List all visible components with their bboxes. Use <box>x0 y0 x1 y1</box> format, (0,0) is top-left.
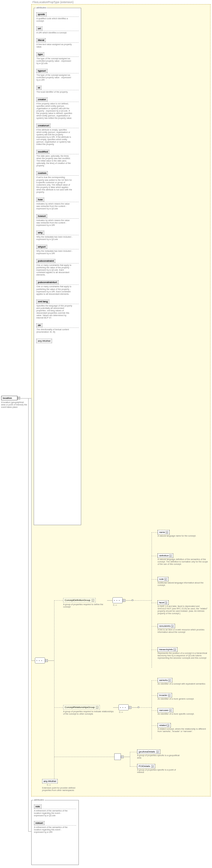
element-broader[interactable]: broader+ <box>158 693 172 698</box>
attribute-name: custom <box>36 171 48 175</box>
element-facet[interactable]: facet+ <box>158 600 169 605</box>
connector <box>152 695 158 696</box>
attribute-item: xml:langSpecifies the language of this p… <box>36 300 79 319</box>
extension-type-label: FlexLocationPropType (extension) <box>32 1 74 4</box>
separator <box>36 31 79 31</box>
expand-icon[interactable]: + <box>156 751 159 753</box>
connector <box>152 680 158 681</box>
separator <box>36 128 79 128</box>
element-desc: An identifier of a more specific concept… <box>158 713 208 715</box>
choice-compositor[interactable]: − <box>114 753 121 760</box>
group-label: ConceptDefinitionGroup <box>65 599 90 601</box>
attribute-name: howuri <box>36 214 47 218</box>
attributes-panel-2: attributes roleA refinement of the seman… <box>31 800 79 865</box>
element-desc: A related concept, where the relationshi… <box>158 728 208 733</box>
attribute-item: pubconstraintOne or many constraints tha… <box>36 259 79 276</box>
element-hierarchyinfo[interactable]: hierarchyInfo+ <box>158 647 177 652</box>
element-desc: A group of properties specific to a poin… <box>137 769 182 774</box>
attribute-item: dirThe directionality of textual content… <box>36 323 79 333</box>
root-element-location[interactable]: location − <box>1 396 18 400</box>
element-definition[interactable]: definition+ <box>158 553 173 558</box>
expand-icon[interactable]: − <box>123 599 125 602</box>
attribute-desc: The type of the concept assigned as cont… <box>36 74 72 81</box>
group-concept-relationships[interactable]: ConceptRelationshipsGroup − <box>63 705 100 710</box>
expand-icon[interactable]: + <box>168 694 171 696</box>
element-name[interactable]: name+ <box>158 530 170 534</box>
attribute-item: idThe local identifier of the property. <box>36 86 79 93</box>
element-label: related <box>159 724 166 726</box>
separator <box>36 57 79 57</box>
any-element-desc: Extension point for provider-defined pro… <box>42 787 84 792</box>
root-element-label: location <box>3 397 12 399</box>
expand-icon[interactable]: + <box>151 765 154 768</box>
separator <box>36 249 79 249</box>
separator <box>36 263 79 264</box>
attribute-desc: A URI which identifies a concept. <box>36 32 72 34</box>
expand-icon[interactable]: − <box>129 706 131 709</box>
attribute-desc: Indicates by which means the value was e… <box>36 203 72 210</box>
expand-icon[interactable]: + <box>167 724 169 726</box>
expand-icon[interactable]: + <box>174 648 176 651</box>
expand-icon[interactable]: − <box>92 599 94 601</box>
expand-icon[interactable]: + <box>169 709 172 712</box>
connector <box>152 725 158 726</box>
separator <box>36 102 79 102</box>
multiplicity-label: 0..∞ <box>113 604 117 606</box>
attribute-item: qcodeA qualified code which identifies a… <box>36 12 79 22</box>
expand-icon[interactable]: − <box>96 706 98 709</box>
element-note[interactable]: note+ <box>158 577 169 581</box>
attribute-desc: A refinement of the semantics of the loc… <box>34 826 70 833</box>
expand-icon[interactable]: + <box>171 625 174 627</box>
attribute-name: xml:lang <box>36 300 49 304</box>
element-label: hierarchyInfo <box>159 648 173 651</box>
element-label: broader <box>159 694 168 696</box>
any-element-label: any ##other <box>43 780 56 783</box>
connector <box>152 579 158 580</box>
expand-icon[interactable]: + <box>169 679 171 682</box>
connector <box>31 398 32 660</box>
connector <box>28 831 31 832</box>
sequence-compositor-main[interactable]: − <box>35 657 45 663</box>
element-sameas[interactable]: sameAs+ <box>158 678 172 682</box>
element-related[interactable]: related+ <box>158 723 171 727</box>
connector <box>152 532 158 533</box>
expand-icon[interactable]: − <box>121 755 124 758</box>
attribute-name: role <box>34 805 41 808</box>
element-label: POIDetails <box>139 765 150 768</box>
expand-icon[interactable]: + <box>164 578 167 581</box>
element-geo-area-details[interactable]: geoAreaDetails + <box>137 749 160 754</box>
expand-icon[interactable]: + <box>165 601 167 604</box>
expand-icon[interactable]: − <box>45 659 48 662</box>
attribute-item: howIndicates by which means the value wa… <box>36 197 79 210</box>
attribute-item: uriA URI which identifies a concept. <box>36 27 79 34</box>
expand-icon[interactable]: − <box>18 397 20 399</box>
element-poi-details[interactable]: POIDetails + <box>137 764 155 769</box>
any-element-wildcard: any ##other <box>42 779 58 783</box>
connector <box>130 752 130 766</box>
sequence-compositor-crg[interactable]: − <box>119 704 129 710</box>
expand-icon[interactable]: + <box>169 555 172 557</box>
multiplicity-label: 0..∞ <box>119 711 123 713</box>
element-desc: A link to an item or a web resource whic… <box>158 629 208 633</box>
expand-icon[interactable]: + <box>166 531 168 533</box>
attribute-item: customIf set to true the corresponding p… <box>36 171 79 193</box>
attribute-desc: A qualified code which identifies a conc… <box>36 18 72 22</box>
attribute-name: dir <box>36 323 42 327</box>
element-narrower[interactable]: narrower+ <box>158 708 173 713</box>
root-element-desc: A location (geographical area or point o… <box>1 401 28 408</box>
connector <box>132 707 138 708</box>
connector <box>113 707 119 708</box>
attribute-desc: The date (and, optionally, the time) whe… <box>36 155 72 167</box>
attribute-desc: Specifies the language of this property … <box>36 305 72 319</box>
separator <box>34 825 76 826</box>
element-desc: Represents the position of a concept in … <box>158 652 208 659</box>
attribute-name: how <box>36 197 44 202</box>
separator <box>36 218 79 219</box>
group-concept-definition[interactable]: ConceptDefinitionGroup − <box>63 598 96 602</box>
element-desc: A natural language definition of the sem… <box>158 558 208 565</box>
attribute-item: creatorIf the property value is not defi… <box>36 97 79 119</box>
element-remoteinfo[interactable]: remoteInfo+ <box>158 624 175 628</box>
separator <box>36 90 79 90</box>
element-label: name <box>159 531 165 533</box>
sequence-compositor-cdg[interactable]: − <box>113 597 123 603</box>
